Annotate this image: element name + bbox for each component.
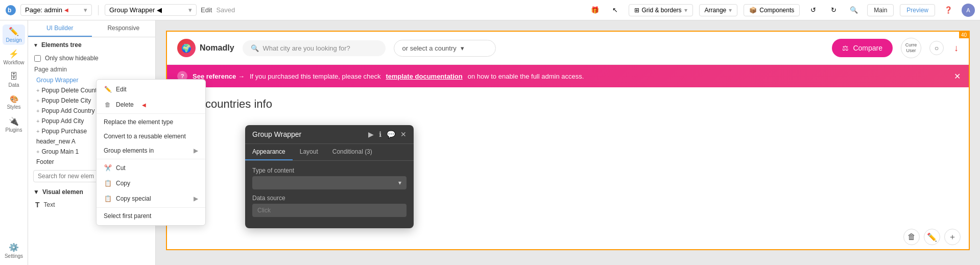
arrange-label: Arrange	[705, 7, 727, 14]
gw-tab-appearance[interactable]: Appearance	[245, 144, 293, 160]
close-circle-btn[interactable]: ○	[929, 41, 944, 55]
compare-button[interactable]: ⚖ Compare	[832, 39, 893, 57]
group-wrapper-label: Group Wrapper	[109, 6, 155, 14]
tab-ui-builder[interactable]: UI Builder	[28, 20, 92, 37]
arrange-chevron: ▾	[729, 7, 732, 14]
settings-icon: ⚙️	[9, 243, 19, 252]
brand-logo: b	[5, 5, 16, 16]
close-icon: ○	[935, 44, 939, 52]
elements-tree-label: Elements tree	[41, 41, 82, 49]
menu-item-delete[interactable]: 🗑 Delete ◀	[97, 97, 205, 112]
sidebar-item-design[interactable]: ✏️ Design	[3, 25, 25, 45]
arrange-btn[interactable]: Arrange ▾	[699, 4, 738, 16]
page-selector-chevron: ▾	[84, 6, 87, 14]
search-bar-placeholder: What city are you looking for?	[263, 44, 350, 52]
avatar[interactable]: A	[962, 4, 975, 17]
tab-responsive[interactable]: Responsive	[92, 20, 156, 37]
delete-menu-label: Delete	[116, 101, 134, 108]
sidebar-label-data: Data	[8, 82, 19, 88]
panel-tabs: UI Builder Responsive	[28, 20, 155, 37]
menu-item-cut[interactable]: ✂️ Cut	[97, 160, 205, 176]
gw-close-icon[interactable]: ✕	[400, 130, 407, 138]
menu-divider-3	[97, 207, 205, 208]
gw-info-icon[interactable]: ℹ	[379, 130, 381, 138]
edit-label: Edit	[201, 6, 212, 14]
copy-special-arrow: ▶	[194, 195, 198, 202]
page-selector[interactable]: Page: admin ◀ ▾	[20, 4, 92, 16]
menu-item-select-first-parent[interactable]: Select first parent	[97, 209, 205, 223]
edit-menu-icon: ✏️	[104, 85, 112, 93]
delete-action-btn[interactable]: 🗑	[903, 229, 920, 245]
grid-borders-btn[interactable]: ⊞ Grid & borders ▾	[629, 4, 693, 16]
search-bar[interactable]: 🔍 What city are you looking for?	[243, 40, 386, 56]
edit-action-btn[interactable]: ✏️	[924, 229, 940, 245]
nomadly-logo: 🌍 Nomadly	[177, 39, 234, 57]
gw-tab-layout[interactable]: Layout	[293, 144, 325, 160]
add-action-btn[interactable]: ＋	[944, 229, 961, 245]
curr-user-button[interactable]: Curre User	[901, 38, 921, 58]
cursor-icon-btn[interactable]: ↖	[608, 3, 623, 17]
group-menu-label: Group elements in	[104, 147, 154, 154]
tree-label-header-new-a: header_new A	[36, 138, 76, 145]
sidebar-item-workflow[interactable]: ⚡ Workflow	[3, 47, 25, 67]
menu-item-group-elements[interactable]: Group elements in ▶	[97, 143, 205, 158]
undo-btn[interactable]: ↺	[806, 3, 820, 17]
banner-link[interactable]: template documentation	[386, 73, 462, 80]
triangle-icon: ▼	[33, 42, 38, 48]
gw-title: Group Wrapper	[252, 130, 301, 138]
search-bar-icon: 🔍	[251, 44, 259, 52]
tree-label-popup-delete-city: Popup Delete City	[41, 97, 91, 104]
only-show-hideable-row: Only show hideable	[28, 53, 155, 64]
cursor-icon: ↖	[612, 6, 618, 14]
menu-item-copy[interactable]: 📋 Copy	[97, 176, 205, 191]
type-of-content-select[interactable]: ▾	[252, 176, 407, 189]
gw-tabs: Appearance Layout Conditional (3)	[245, 144, 414, 161]
data-source-input[interactable]: Click	[252, 204, 407, 217]
menu-item-replace-element[interactable]: Replace the element type	[97, 115, 205, 129]
sidebar-item-styles[interactable]: 🎨 Styles	[3, 92, 25, 112]
select-parent-menu-label: Select first parent	[104, 212, 151, 220]
main-button[interactable]: Main	[867, 4, 894, 16]
topbar-right: 🎁 ↖ ⊞ Grid & borders ▾ Arrange ▾ 📦 Compo…	[588, 3, 975, 17]
sidebar-item-settings[interactable]: ⚙️ Settings	[3, 240, 25, 261]
group-wrapper-tree-label: Group Wrapper	[36, 77, 78, 84]
only-show-hideable-checkbox[interactable]	[34, 55, 41, 62]
data-icon: 🗄	[10, 72, 18, 81]
redo-icon: ↻	[831, 6, 836, 14]
gw-comment-icon[interactable]: 💬	[387, 130, 395, 138]
gift-icon-btn[interactable]: 🎁	[588, 3, 602, 17]
menu-item-convert-reusable[interactable]: Convert to a reusable element	[97, 129, 205, 143]
copy-menu-label: Copy	[116, 180, 130, 187]
country-select[interactable]: or select a country ▾	[394, 40, 496, 57]
saved-label: Saved	[216, 6, 235, 14]
menu-item-copy-special[interactable]: 📋 Copy special ▶	[97, 191, 205, 206]
banner-close-btn[interactable]: ✕	[954, 71, 961, 81]
gw-field-type-of-content: Type of content ▾	[252, 167, 407, 189]
tree-label-popup-add-city: Popup Add City	[41, 117, 84, 125]
help-btn[interactable]: ❓	[941, 3, 955, 17]
text-element-label: Text	[44, 201, 55, 208]
menu-divider-2	[97, 159, 205, 159]
preview-button[interactable]: Preview	[900, 4, 935, 16]
search-btn[interactable]: 🔍	[847, 3, 861, 17]
svg-text:b: b	[8, 7, 11, 14]
elements-tree-header: ▼ Elements tree	[28, 37, 155, 53]
gw-tab-conditional[interactable]: Conditional (3)	[325, 144, 379, 160]
gw-field-data-source: Data source Click	[252, 195, 407, 217]
gw-play-icon[interactable]: ▶	[368, 130, 374, 138]
group-wrapper-selector[interactable]: Group Wrapper ◀ ▾	[105, 4, 197, 16]
menu-item-edit[interactable]: ✏️ Edit	[97, 82, 205, 97]
sidebar-item-plugins[interactable]: 🔌 Plugins	[3, 114, 25, 135]
left-sidebar: ✏️ Design ⚡ Workflow 🗄 Data 🎨 Styles 🔌 P…	[0, 20, 28, 265]
help-icon: ❓	[944, 6, 952, 14]
components-btn[interactable]: 📦 Components	[744, 4, 800, 16]
edit-saved: Edit Saved	[201, 6, 235, 14]
gw-icons: ▶ ℹ 💬 ✕	[368, 130, 407, 138]
replace-menu-label: Replace the element type	[104, 118, 173, 126]
sidebar-item-data[interactable]: 🗄 Data	[3, 69, 25, 90]
pixel-marker: 40	[959, 32, 969, 38]
redo-btn[interactable]: ↻	[826, 3, 841, 17]
tree-label-popup-delete-countr: Popup Delete Countr	[41, 87, 99, 94]
banner-text2: on how to enable the full admin access.	[468, 73, 584, 80]
gift-icon: 🎁	[591, 6, 599, 14]
